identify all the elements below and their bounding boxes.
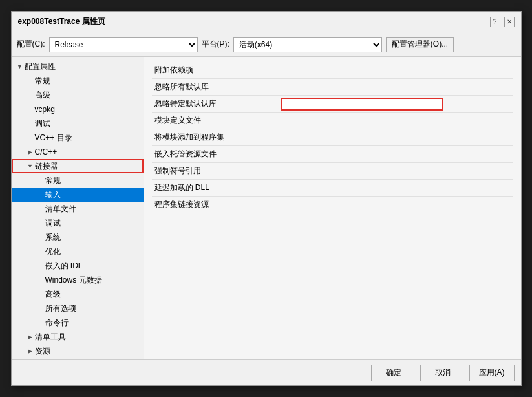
sidebar-item-config-props[interactable]: 配置属性 <box>12 59 144 74</box>
prop-name-module-def: 模块定义文件 <box>152 115 281 126</box>
sidebar-item-advanced[interactable]: 高级 <box>12 88 144 102</box>
sidebar-item-debug[interactable]: 调试 <box>12 116 144 131</box>
prop-name-ignore-specific: 忽略特定默认认库 <box>152 98 281 109</box>
main-content: 配置属性常规高级vcpkg调试VC++ 目录C/C++链接器常规输入清单文件调试… <box>12 57 521 359</box>
tree-label-manifest-tool: 清单工具 <box>35 332 66 343</box>
cancel-button[interactable]: 取消 <box>420 365 465 381</box>
title-bar: exp008TestTrace 属性页 ? ✕ <box>12 12 521 32</box>
sidebar-item-linker-system[interactable]: 系统 <box>12 230 144 244</box>
sidebar-item-linker-cmdline[interactable]: 命令行 <box>12 316 144 330</box>
help-button[interactable]: ? <box>490 17 500 27</box>
prop-name-assembly-resource: 程序集链接资源 <box>152 199 281 210</box>
title-controls: ? ✕ <box>490 17 515 27</box>
sidebar-item-linker-all[interactable]: 所有选项 <box>12 301 144 316</box>
prop-name-delay-load: 延迟加载的 DLL <box>152 182 281 193</box>
tree-label-vc-dirs: VC++ 目录 <box>35 133 72 144</box>
sidebar-item-linker-general[interactable]: 常规 <box>12 173 144 188</box>
sidebar-item-vc-dirs[interactable]: VC++ 目录 <box>12 131 144 145</box>
config-manager-button[interactable]: 配置管理器(O)... <box>386 37 454 52</box>
dialog-title: exp008TestTrace 属性页 <box>18 16 105 27</box>
tree-label-linker-cmdline: 命令行 <box>45 317 69 328</box>
prop-name-ignore-all-libs: 忽略所有默认库 <box>152 81 281 92</box>
sidebar-item-linker-manifest[interactable]: 清单文件 <box>12 202 144 216</box>
tree-label-advanced: 高级 <box>35 90 50 101</box>
prop-row-force-symbol: 强制符号引用 <box>152 163 513 180</box>
tree-label-general: 常规 <box>35 76 50 87</box>
properties-dialog: exp008TestTrace 属性页 ? ✕ 配置(C): Release 平… <box>11 11 522 386</box>
sidebar-item-resources[interactable]: 资源 <box>12 344 144 358</box>
tree-arrow-manifest-tool <box>26 334 35 340</box>
platform-select[interactable]: 活动(x64) <box>233 37 382 52</box>
tree-label-linker-all: 所有选项 <box>45 303 76 314</box>
tree-label-linker-general: 常规 <box>45 175 61 186</box>
tree-label-config-props: 配置属性 <box>25 61 56 72</box>
tree-label-linker-embedded-idl: 嵌入的 IDL <box>45 261 83 272</box>
tree-label-linker-optimize: 优化 <box>45 246 61 257</box>
sidebar-item-cpp[interactable]: C/C++ <box>12 145 144 159</box>
tree-label-linker-debug: 调试 <box>45 218 61 229</box>
sidebar-item-linker-windows-meta[interactable]: Windows 元数据 <box>12 273 144 287</box>
config-label: 配置(C): <box>17 39 45 50</box>
sidebar-item-linker-debug[interactable]: 调试 <box>12 216 144 230</box>
prop-row-embed-managed: 嵌入托管资源文件 <box>152 146 513 163</box>
prop-row-ignore-specific: 忽略特定默认认库 <box>152 96 513 113</box>
tree-arrow-linker <box>26 163 35 169</box>
bottom-bar: 确定 取消 应用(A) <box>12 359 521 385</box>
tree-label-linker-input: 输入 <box>45 189 61 200</box>
tree-label-linker-advanced2: 高级 <box>45 289 61 300</box>
content-panel: 附加依赖项忽略所有默认库忽略特定默认认库模块定义文件将模块添加到程序集嵌入托管资… <box>144 57 521 359</box>
apply-button[interactable]: 应用(A) <box>469 365 515 381</box>
prop-row-module-def: 模块定义文件 <box>152 113 513 129</box>
ok-button[interactable]: 确定 <box>371 365 416 381</box>
sidebar-item-linker-optimize[interactable]: 优化 <box>12 244 144 259</box>
prop-row-ignore-all-libs: 忽略所有默认库 <box>152 79 513 96</box>
prop-name-add-module: 将模块添加到程序集 <box>152 132 281 143</box>
tree-label-linker-manifest: 清单文件 <box>45 204 76 215</box>
tree-label-resources: 资源 <box>35 346 50 357</box>
tree-label-linker-windows-meta: Windows 元数据 <box>45 275 102 286</box>
sidebar-item-general[interactable]: 常规 <box>12 74 144 88</box>
prop-input-ignore-specific[interactable] <box>281 98 443 111</box>
tree-label-debug: 调试 <box>35 118 50 129</box>
sidebar-item-vcpkg[interactable]: vcpkg <box>12 102 144 116</box>
prop-row-add-module: 将模块添加到程序集 <box>152 129 513 146</box>
tree-arrow-resources <box>26 348 35 354</box>
sidebar-item-linker[interactable]: 链接器 <box>12 159 144 173</box>
tree-arrow-config-props <box>16 63 25 70</box>
close-button[interactable]: ✕ <box>504 17 515 27</box>
sidebar-item-manifest-tool[interactable]: 清单工具 <box>12 330 144 344</box>
tree-label-vcpkg: vcpkg <box>35 105 55 114</box>
property-table: 附加依赖项忽略所有默认库忽略特定默认认库模块定义文件将模块添加到程序集嵌入托管资… <box>152 62 513 213</box>
tree-label-cpp: C/C++ <box>35 147 58 156</box>
toolbar: 配置(C): Release 平台(P): 活动(x64) 配置管理器(O)..… <box>12 32 521 57</box>
prop-name-additional-deps: 附加依赖项 <box>152 65 281 76</box>
prop-name-embed-managed: 嵌入托管资源文件 <box>152 149 281 160</box>
tree-arrow-cpp <box>26 149 35 155</box>
platform-label: 平台(P): <box>202 39 229 50</box>
config-select[interactable]: Release <box>49 37 198 52</box>
sidebar-item-linker-input[interactable]: 输入 <box>12 188 144 202</box>
prop-name-force-symbol: 强制符号引用 <box>152 166 281 177</box>
prop-row-assembly-resource: 程序集链接资源 <box>152 197 513 213</box>
prop-value-ignore-specific[interactable] <box>281 98 513 111</box>
prop-row-additional-deps: 附加依赖项 <box>152 62 513 79</box>
sidebar-tree: 配置属性常规高级vcpkg调试VC++ 目录C/C++链接器常规输入清单文件调试… <box>12 57 144 359</box>
tree-label-linker-system: 系统 <box>45 232 61 243</box>
tree-label-linker: 链接器 <box>35 161 58 172</box>
sidebar-item-linker-advanced2[interactable]: 高级 <box>12 287 144 301</box>
prop-row-delay-load: 延迟加载的 DLL <box>152 180 513 197</box>
sidebar-item-linker-embedded-idl[interactable]: 嵌入的 IDL <box>12 259 144 273</box>
